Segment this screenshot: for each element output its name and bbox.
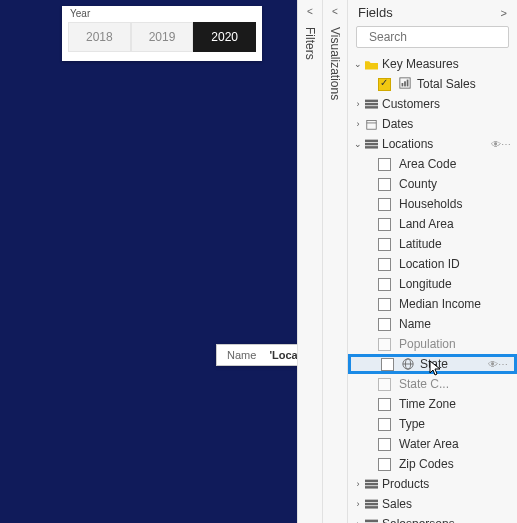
svg-rect-5: [365, 102, 378, 104]
table-icon: [364, 98, 378, 110]
field-label: Latitude: [399, 237, 513, 251]
field-checkbox[interactable]: [378, 298, 391, 311]
table-products[interactable]: ›Products: [348, 474, 517, 494]
svg-rect-17: [365, 486, 378, 488]
table-customers[interactable]: ›Customers: [348, 94, 517, 114]
field-latitude[interactable]: Latitude: [348, 234, 517, 254]
tooltip-label: Name: [227, 349, 256, 361]
visibility-icon[interactable]: 👁⋯: [486, 359, 510, 370]
visualizations-panel-rail[interactable]: < Visualizations: [322, 0, 347, 523]
chevron-right-icon[interactable]: ›: [352, 99, 364, 109]
search-input-wrap[interactable]: [356, 26, 509, 48]
visibility-icon[interactable]: 👁⋯: [489, 139, 513, 150]
svg-rect-16: [365, 482, 378, 484]
visualizations-label: Visualizations: [328, 27, 342, 100]
field-state[interactable]: State👁⋯: [348, 354, 517, 374]
field-population[interactable]: Population: [348, 334, 517, 354]
svg-rect-1: [402, 83, 404, 86]
field-checkbox[interactable]: [378, 178, 391, 191]
chevron-right-icon[interactable]: ›: [352, 479, 364, 489]
field-area-code[interactable]: Area Code: [348, 154, 517, 174]
expand-visualizations-icon[interactable]: <: [332, 6, 338, 17]
field-checkbox[interactable]: [378, 78, 391, 91]
table-label: Salespersons: [382, 517, 513, 523]
field-time-zone[interactable]: Time Zone: [348, 394, 517, 414]
table-icon: [364, 498, 378, 510]
search-input[interactable]: [369, 30, 517, 44]
collapse-fields-icon[interactable]: >: [501, 7, 507, 19]
chevron-right-icon[interactable]: ›: [352, 119, 364, 129]
field-label: Water Area: [399, 437, 513, 451]
field-checkbox[interactable]: [378, 438, 391, 451]
field-median-income[interactable]: Median Income: [348, 294, 517, 314]
table-label: Locations: [382, 137, 489, 151]
filters-panel-rail[interactable]: < Filters: [297, 0, 322, 523]
field-land-area[interactable]: Land Area: [348, 214, 517, 234]
field-checkbox[interactable]: [378, 218, 391, 231]
table-icon: [364, 138, 378, 150]
table-label: Key Measures: [382, 57, 513, 71]
svg-rect-4: [365, 99, 378, 101]
field-checkbox[interactable]: [381, 358, 394, 371]
table-locations[interactable]: ⌄Locations👁⋯: [348, 134, 517, 154]
svg-rect-19: [365, 502, 378, 504]
field-label: Land Area: [399, 217, 513, 231]
expand-filters-icon[interactable]: <: [307, 6, 313, 17]
table-key-measures[interactable]: ⌄Key Measures: [348, 54, 517, 74]
svg-rect-9: [365, 139, 378, 141]
field-checkbox[interactable]: [378, 398, 391, 411]
field-type[interactable]: Type: [348, 414, 517, 434]
chevron-right-icon[interactable]: ›: [352, 499, 364, 509]
field-label: State: [420, 357, 486, 371]
field-label: Households: [399, 197, 513, 211]
field-checkbox[interactable]: [378, 278, 391, 291]
field-checkbox[interactable]: [378, 238, 391, 251]
field-water-area[interactable]: Water Area: [348, 434, 517, 454]
table-dates[interactable]: ›Dates: [348, 114, 517, 134]
chevron-right-icon[interactable]: ›: [352, 519, 364, 523]
field-label: Time Zone: [399, 397, 513, 411]
field-label: Population: [399, 337, 513, 351]
fields-tree[interactable]: ⌄Key MeasuresTotal Sales›Customers›Dates…: [348, 54, 517, 523]
svg-rect-7: [366, 120, 375, 129]
chevron-down-icon[interactable]: ⌄: [352, 139, 364, 149]
field-checkbox[interactable]: [378, 158, 391, 171]
year-slicer[interactable]: Year 201820192020: [62, 6, 262, 61]
field-label: Area Code: [399, 157, 513, 171]
slicer-option-2020[interactable]: 2020: [193, 22, 256, 52]
field-county[interactable]: County: [348, 174, 517, 194]
field-checkbox[interactable]: [378, 198, 391, 211]
field-label: Name: [399, 317, 513, 331]
field-zip-codes[interactable]: Zip Codes: [348, 454, 517, 474]
field-checkbox[interactable]: [378, 338, 391, 351]
field-checkbox[interactable]: [378, 458, 391, 471]
svg-rect-18: [365, 499, 378, 501]
field-state-c-[interactable]: State C...: [348, 374, 517, 394]
slicer-option-2018[interactable]: 2018: [68, 22, 131, 52]
table-sales[interactable]: ›Sales: [348, 494, 517, 514]
field-total-sales[interactable]: Total Sales: [348, 74, 517, 94]
field-checkbox[interactable]: [378, 318, 391, 331]
fields-pane: Fields > ⌄Key MeasuresTotal Sales›Custom…: [347, 0, 517, 523]
table-label: Products: [382, 477, 513, 491]
field-checkbox[interactable]: [378, 378, 391, 391]
table-icon: [364, 478, 378, 490]
report-canvas[interactable]: Year 201820192020: [0, 0, 297, 523]
chevron-down-icon[interactable]: ⌄: [352, 59, 364, 69]
table-label: Sales: [382, 497, 513, 511]
measure-icon: [399, 77, 413, 92]
svg-rect-20: [365, 506, 378, 508]
field-longitude[interactable]: Longitude: [348, 274, 517, 294]
field-checkbox[interactable]: [378, 258, 391, 271]
slicer-option-2019[interactable]: 2019: [131, 22, 194, 52]
folder-icon: [364, 58, 378, 70]
field-name[interactable]: Name: [348, 314, 517, 334]
slicer-title: Year: [62, 6, 262, 20]
field-households[interactable]: Households: [348, 194, 517, 214]
field-location-id[interactable]: Location ID: [348, 254, 517, 274]
field-label: County: [399, 177, 513, 191]
svg-rect-21: [365, 519, 378, 521]
field-checkbox[interactable]: [378, 418, 391, 431]
field-label: Zip Codes: [399, 457, 513, 471]
table-salespersons[interactable]: ›Salespersons: [348, 514, 517, 523]
